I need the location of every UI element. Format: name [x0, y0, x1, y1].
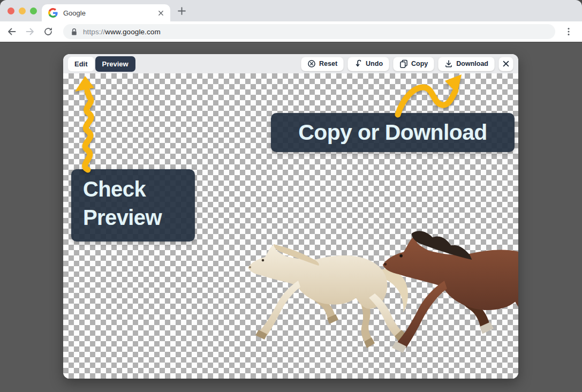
new-tab-button[interactable]: [177, 6, 186, 18]
reset-label: Reset: [319, 60, 337, 67]
image-editor-panel: Edit Preview Reset: [63, 54, 518, 379]
reset-circle-x-icon: [307, 59, 316, 68]
kebab-menu-icon[interactable]: [564, 27, 573, 36]
editor-actions: Reset Undo: [301, 57, 513, 71]
tab-strip: Google: [0, 0, 582, 21]
transparent-canvas: Check Preview Copy or Download: [63, 73, 518, 379]
window-minimize-button[interactable]: [19, 7, 26, 14]
page-content: Edit Preview Reset: [0, 42, 582, 392]
url-field[interactable]: https://www.google.com: [63, 24, 555, 39]
download-button[interactable]: Download: [438, 57, 495, 71]
tab-title: Google: [63, 9, 86, 17]
mode-switcher: Edit Preview: [68, 56, 135, 72]
lock-icon: [71, 28, 78, 36]
preview-mode-button[interactable]: Preview: [95, 56, 135, 72]
google-favicon-icon: [48, 8, 58, 18]
undo-arrow-icon: [354, 59, 362, 68]
window-controls: [7, 7, 37, 14]
tab-close-icon[interactable]: [158, 10, 164, 16]
window-zoom-button[interactable]: [30, 7, 37, 14]
curvy-arrow-download: [398, 87, 456, 115]
browser-window: Google: [0, 0, 582, 392]
reset-button[interactable]: Reset: [301, 57, 344, 71]
url-scheme: https://: [83, 28, 105, 36]
window-close-button[interactable]: [7, 7, 14, 14]
brown-horse-image: [377, 216, 518, 367]
editor-toolbar: Edit Preview Reset: [63, 54, 518, 73]
download-label: Download: [456, 60, 488, 67]
address-bar: https://www.google.com: [0, 21, 582, 42]
download-arrow-icon: [444, 59, 453, 68]
url-text: https://www.google.com: [83, 28, 161, 36]
copy-pages-icon: [399, 59, 408, 68]
check-preview-callout: Check Preview: [71, 169, 195, 242]
copy-button[interactable]: Copy: [393, 57, 434, 71]
edit-mode-button[interactable]: Edit: [68, 57, 94, 71]
undo-button[interactable]: Undo: [347, 57, 389, 71]
undo-label: Undo: [366, 60, 383, 67]
forward-arrow-icon[interactable]: [25, 26, 35, 37]
close-editor-button[interactable]: [498, 57, 513, 71]
squiggle-arrow-up: [85, 91, 92, 170]
copy-label: Copy: [411, 60, 428, 67]
x-close-icon: [502, 60, 510, 67]
copy-download-callout: Copy or Download: [271, 113, 515, 152]
url-host: www.google.com: [105, 28, 160, 36]
reload-icon[interactable]: [43, 26, 54, 37]
browser-tab-google[interactable]: Google: [42, 4, 170, 21]
back-arrow-icon[interactable]: [6, 26, 17, 37]
